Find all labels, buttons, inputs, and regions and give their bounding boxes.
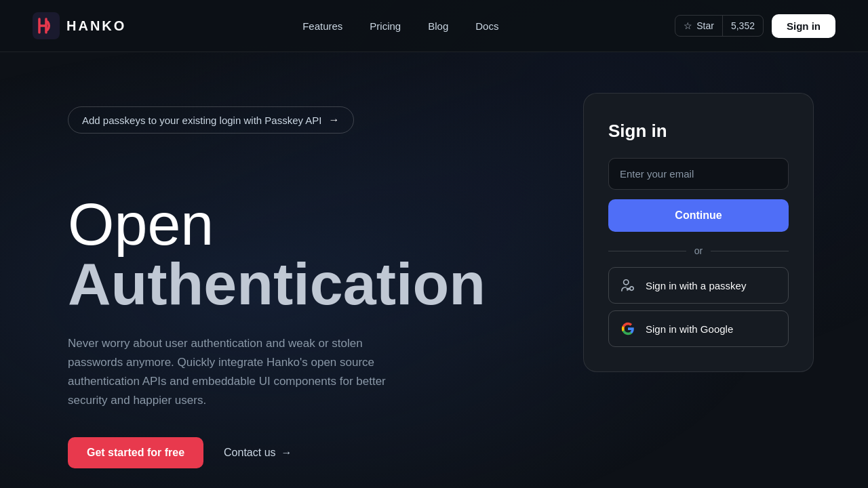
star-icon: ☆ [684,20,692,31]
hero-actions: Get started for free Contact us → [68,437,556,468]
divider: or [608,245,789,256]
nav-actions: ☆ Star 5,352 Sign in [675,14,835,38]
passkey-icon [620,277,636,293]
google-btn-label: Sign in with Google [646,323,733,335]
banner-wrapper: Add passkeys to your existing login with… [68,106,556,167]
divider-line-left [608,251,686,251]
contact-link[interactable]: Contact us → [224,447,292,459]
card-title: Sign in [608,121,789,142]
star-button[interactable]: ☆ Star 5,352 [675,15,764,37]
contact-arrow-icon: → [281,447,292,459]
divider-line-right [711,251,789,251]
nav-signin-button[interactable]: Sign in [772,14,835,38]
google-signin-button[interactable]: Sign in with Google [608,310,789,347]
hero-title-line1: Open [68,190,214,258]
continue-button[interactable]: Continue [608,199,789,232]
main-content: Add passkeys to your existing login with… [0,52,868,488]
passkey-btn-label: Sign in with a passkey [646,280,746,291]
passkey-signin-button[interactable]: Sign in with a passkey [608,267,789,304]
star-count: 5,352 [723,16,763,36]
divider-text: or [694,245,703,256]
hero-title-line2: Authentication [68,250,486,317]
nav-blog[interactable]: Blog [428,20,448,32]
hero-description: Never worry about user authentication an… [68,334,420,410]
banner-arrow-icon: → [329,114,340,126]
logo-text: HANKO [66,18,126,34]
hero-title: Open Authentication [68,195,556,314]
nav-pricing[interactable]: Pricing [370,20,401,32]
navbar: HANKO Features Pricing Blog Docs ☆ Star … [0,0,868,52]
passkey-api-banner[interactable]: Add passkeys to your existing login with… [68,106,354,134]
nav-features[interactable]: Features [302,20,342,32]
hero-section: Add passkeys to your existing login with… [68,93,556,468]
logo[interactable]: HANKO [33,12,126,39]
signin-card: Sign in Continue or Sign in with a passk… [583,93,814,372]
nav-docs[interactable]: Docs [475,20,498,32]
hanko-logo-icon [33,12,60,39]
banner-text: Add passkeys to your existing login with… [82,115,322,126]
contact-label: Contact us [224,447,275,459]
svg-point-1 [624,280,629,285]
google-icon [620,321,636,337]
nav-links: Features Pricing Blog Docs [302,20,498,32]
email-input[interactable] [608,158,789,190]
star-label: ☆ Star [675,16,723,36]
svg-point-2 [630,287,634,291]
get-started-button[interactable]: Get started for free [68,437,203,468]
